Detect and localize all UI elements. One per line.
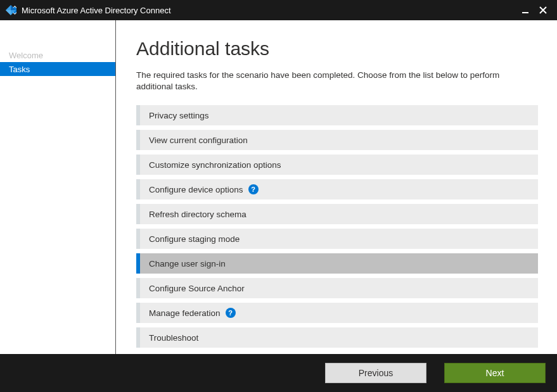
help-icon[interactable]: ? — [226, 308, 236, 318]
sidebar-item-label: Tasks — [9, 65, 30, 74]
task-item[interactable]: Change user sign-in — [136, 253, 538, 274]
task-item[interactable]: Manage federation? — [136, 303, 538, 323]
app-logo-icon — [5, 4, 16, 16]
main-panel: Additional tasks The required tasks for … — [116, 20, 557, 354]
task-item-label: Customize synchronization options — [149, 160, 281, 170]
page-heading: Additional tasks — [136, 38, 538, 60]
task-item-label: View current configuration — [149, 136, 248, 145]
task-item-label: Troubleshoot — [149, 333, 198, 343]
body: WelcomeTasks Additional tasks The requir… — [0, 20, 557, 354]
task-item-label: Manage federation — [149, 308, 221, 318]
close-button[interactable] — [534, 1, 552, 19]
next-button[interactable]: Next — [444, 363, 546, 383]
page-description: The required tasks for the scenario have… — [136, 70, 538, 92]
sidebar: WelcomeTasks — [0, 20, 116, 354]
window-title: Microsoft Azure Active Directory Connect — [22, 6, 516, 15]
footer: Previous Next — [0, 354, 557, 392]
task-item[interactable]: View current configuration — [136, 130, 538, 150]
minimize-button[interactable] — [516, 1, 534, 19]
task-item[interactable]: Configure staging mode — [136, 229, 538, 249]
sidebar-item-welcome[interactable]: Welcome — [0, 48, 115, 62]
task-item[interactable]: Refresh directory schema — [136, 204, 538, 224]
task-list: Privacy settingsView current configurati… — [136, 105, 538, 348]
help-icon[interactable]: ? — [248, 184, 259, 194]
task-item-label: Privacy settings — [149, 111, 209, 120]
task-item-label: Change user sign-in — [149, 259, 226, 269]
sidebar-item-tasks[interactable]: Tasks — [0, 62, 115, 76]
sidebar-item-label: Welcome — [9, 51, 43, 60]
previous-button[interactable]: Previous — [325, 363, 426, 383]
task-item[interactable]: Customize synchronization options — [136, 155, 538, 175]
task-item-label: Refresh directory schema — [149, 210, 246, 219]
task-item-label: Configure Source Anchor — [149, 284, 245, 293]
svg-rect-2 — [522, 12, 528, 13]
task-item[interactable]: Troubleshoot — [136, 327, 538, 348]
task-item[interactable]: Configure Source Anchor — [136, 278, 538, 298]
task-item-label: Configure staging mode — [149, 234, 240, 244]
task-item-label: Configure device options — [149, 185, 243, 194]
task-item[interactable]: Configure device options? — [136, 179, 538, 199]
titlebar: Microsoft Azure Active Directory Connect — [0, 0, 557, 20]
task-item[interactable]: Privacy settings — [136, 105, 538, 125]
